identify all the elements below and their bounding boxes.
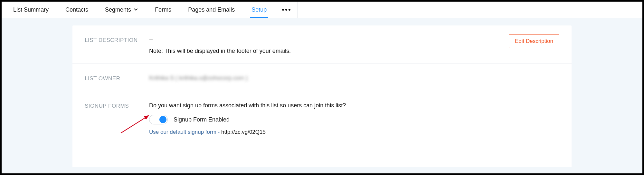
signup-forms-question: Do you want sign up forms associated wit… [149,102,559,109]
tab-list-summary[interactable]: List Summary [5,2,57,18]
tab-setup[interactable]: Setup [243,2,275,18]
tab-pages-emails[interactable]: Pages and Emails [180,2,243,18]
note-list-description: Note: This will be displayed in the foot… [149,48,559,54]
tab-segments-label: Segments [105,6,131,13]
label-list-owner: LIST OWNER [85,75,149,82]
row-list-owner: LIST OWNER Krithika S ( krithika.s@zohoc… [72,64,572,91]
default-signup-link-text[interactable]: Use our default signup form - [149,129,221,135]
more-menu[interactable] [275,2,298,18]
default-signup-link-url[interactable]: http://zc.vg/02Q15 [221,129,266,135]
signup-form-toggle[interactable] [149,115,168,124]
setup-card: LIST DESCRIPTION -- Note: This will be d… [72,25,572,167]
svg-point-2 [289,9,290,11]
label-signup-forms: SIGNUP FORMS [85,102,149,135]
tab-segments[interactable]: Segments [97,2,147,18]
row-list-description: LIST DESCRIPTION -- Note: This will be d… [72,25,572,64]
value-list-description: -- [149,36,559,43]
tab-contacts[interactable]: Contacts [57,2,97,18]
more-icon [282,8,291,11]
edit-description-button[interactable]: Edit Description [509,34,559,48]
tab-bar: List Summary Contacts Segments Forms Pag… [2,2,642,18]
toggle-knob [159,116,166,123]
label-list-description: LIST DESCRIPTION [85,36,149,54]
tab-forms[interactable]: Forms [147,2,180,18]
chevron-down-icon [134,7,138,12]
svg-point-0 [282,9,284,11]
svg-point-1 [285,9,287,11]
row-signup-forms: SIGNUP FORMS Do you want sign up forms a… [72,91,572,144]
value-list-owner: Krithika S ( krithika.s@zohocorp.com ) [149,75,248,81]
signup-form-toggle-label: Signup Form Enabled [174,116,230,123]
